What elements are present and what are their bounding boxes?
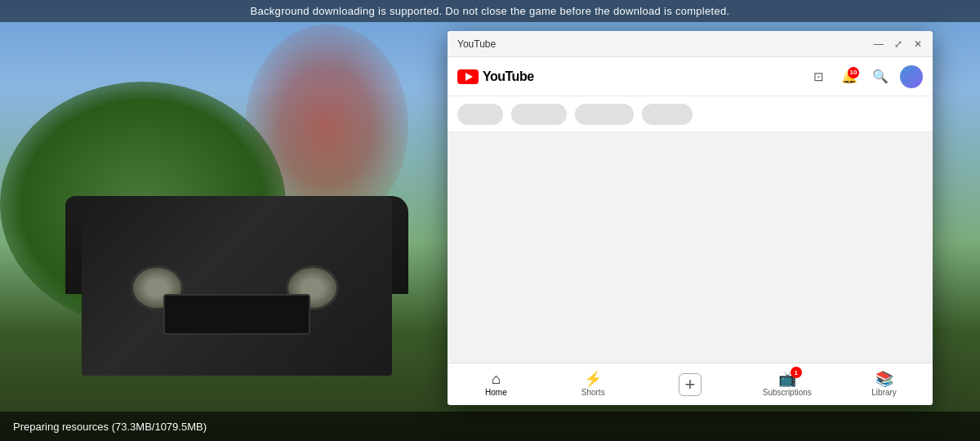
notification-badge: 10: [848, 67, 859, 78]
category-pill-3[interactable]: [575, 104, 634, 125]
cast-icon[interactable]: [807, 65, 830, 88]
vehicle-body: [82, 196, 392, 376]
minimize-button[interactable]: —: [871, 36, 887, 52]
create-icon: +: [679, 373, 702, 396]
banner: Background downloading is supported. Do …: [0, 0, 980, 22]
tab-home[interactable]: ⌂ Home: [448, 363, 545, 405]
tab-shorts[interactable]: ⚡ Shorts: [545, 363, 642, 405]
shorts-icon: ⚡: [584, 372, 602, 386]
progress-text: Preparing resources (73.3MB/1079.5MB): [13, 421, 207, 433]
banner-text: Background downloading is supported. Do …: [251, 5, 730, 17]
title-bar: YouTube — ⤢ ✕: [448, 31, 933, 57]
close-button[interactable]: ✕: [910, 36, 926, 52]
avatar[interactable]: [900, 65, 923, 88]
subscriptions-badge: 1: [791, 367, 802, 378]
library-icon: 📚: [875, 372, 893, 386]
category-pill-2[interactable]: [511, 104, 567, 125]
vehicle: [65, 114, 408, 376]
home-icon: ⌂: [492, 372, 501, 386]
status-bar: Preparing resources (73.3MB/1079.5MB): [0, 412, 980, 441]
search-icon[interactable]: 🔍: [869, 65, 892, 88]
youtube-logo-text: YouTube: [483, 69, 534, 84]
maximize-button[interactable]: ⤢: [890, 36, 906, 52]
category-pill-4[interactable]: [642, 104, 693, 125]
tab-subscriptions-label: Subscriptions: [763, 388, 812, 397]
notifications-icon[interactable]: 🔔 10: [838, 65, 861, 88]
youtube-topnav-icons: 🔔 10 🔍: [807, 65, 923, 88]
tab-library-label: Library: [871, 388, 897, 397]
tab-subscriptions[interactable]: 📺 Subscriptions 1: [738, 363, 835, 405]
tab-home-label: Home: [485, 388, 507, 397]
youtube-window: YouTube — ⤢ ✕ YouTube 🔔 10 🔍: [448, 31, 933, 405]
tab-library[interactable]: 📚 Library: [835, 363, 933, 405]
tab-create[interactable]: +: [642, 363, 739, 405]
category-pill-1[interactable]: [457, 104, 503, 125]
vehicle-grille: [163, 294, 310, 335]
youtube-content-area: [448, 132, 933, 363]
youtube-topnav: YouTube 🔔 10 🔍: [448, 57, 933, 96]
tab-shorts-label: Shorts: [581, 388, 605, 397]
category-pills: [448, 96, 933, 132]
window-controls: — ⤢ ✕: [871, 36, 926, 52]
youtube-logo-icon: [457, 69, 479, 84]
window-title: YouTube: [457, 38, 496, 50]
youtube-logo-area[interactable]: YouTube: [457, 69, 807, 84]
youtube-tabbar: ⌂ Home ⚡ Shorts + 📺 Subscriptions 1 📚 Li…: [448, 363, 933, 405]
